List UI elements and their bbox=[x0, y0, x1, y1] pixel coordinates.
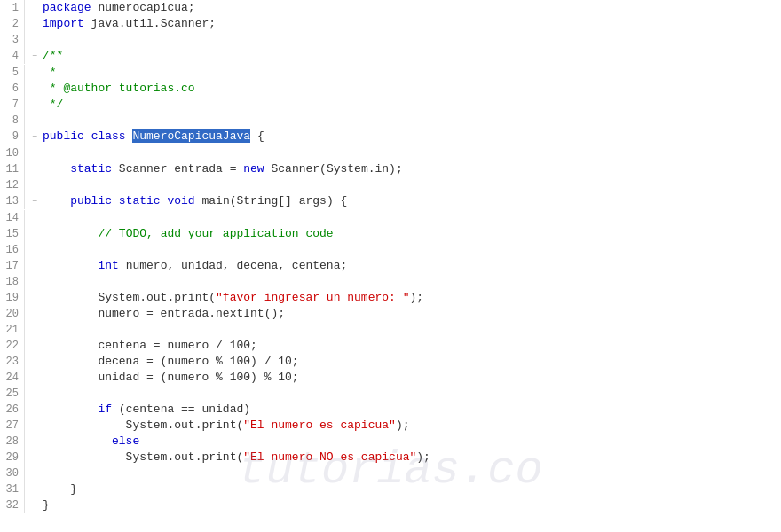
code-line-content: if (centena == unidad) bbox=[43, 402, 781, 418]
fold-gutter: − bbox=[30, 129, 39, 145]
line-number: 9 bbox=[0, 129, 25, 145]
line-number: 22 bbox=[0, 338, 25, 354]
table-row: 31 } bbox=[0, 481, 781, 497]
normal-token: unidad = (numero % 100) % 10; bbox=[43, 371, 299, 384]
line-number: 4 bbox=[0, 48, 25, 64]
normal-token: main(String[] args) { bbox=[195, 194, 348, 207]
line-number: 29 bbox=[0, 450, 25, 466]
code-line-content: import java.util.Scanner; bbox=[43, 16, 781, 32]
line-number: 5 bbox=[0, 65, 25, 81]
normal-token: } bbox=[43, 498, 50, 512]
line-number: 30 bbox=[0, 466, 25, 481]
table-row: 20 numero = entrada.nextInt(); bbox=[0, 306, 781, 322]
normal-token bbox=[43, 227, 98, 240]
keyword-token: static bbox=[70, 162, 112, 176]
table-row: 12 bbox=[0, 177, 781, 193]
line-number: 18 bbox=[0, 274, 25, 290]
table-row: 25 bbox=[0, 386, 781, 402]
normal-token: Scanner(System.in); bbox=[264, 162, 403, 176]
highlighted-token: NumeroCapicuaJava bbox=[132, 129, 250, 143]
table-row: 29 System.out.print("El numero NO es cap… bbox=[0, 450, 781, 466]
table-row: 24 unidad = (numero % 100) % 10; bbox=[0, 370, 781, 386]
line-number: 25 bbox=[0, 386, 25, 402]
code-line-content: package numerocapicua; bbox=[43, 0, 781, 16]
line-number: 14 bbox=[0, 210, 25, 226]
normal-token: { bbox=[250, 129, 264, 143]
table-row: 6 * @author tutorias.co bbox=[0, 81, 781, 97]
table-row: 10 bbox=[0, 145, 781, 161]
code-line-content: // TODO, add your application code bbox=[43, 226, 781, 242]
line-number: 26 bbox=[0, 402, 25, 418]
fold-gutter: − bbox=[30, 194, 39, 210]
code-line-content: System.out.print("favor ingresar un nume… bbox=[43, 290, 781, 306]
code-line-content: System.out.print("El numero es capicua")… bbox=[43, 418, 781, 434]
table-row: 23 decena = (numero % 100) / 10; bbox=[0, 354, 781, 370]
table-row: 4−/** bbox=[0, 48, 781, 65]
table-row: 26 if (centena == unidad) bbox=[0, 402, 781, 418]
table-row: 19 System.out.print("favor ingresar un n… bbox=[0, 290, 781, 306]
normal-token: System.out.print( bbox=[43, 450, 243, 464]
keyword-token: class bbox=[91, 129, 126, 143]
table-row: 2import java.util.Scanner; bbox=[0, 16, 781, 32]
code-line-content: /** bbox=[43, 48, 781, 64]
table-row: 16 bbox=[0, 242, 781, 258]
normal-token: decena = (numero % 100) / 10; bbox=[43, 355, 299, 368]
table-row: 15 // TODO, add your application code bbox=[0, 226, 781, 242]
keyword-token: import bbox=[43, 17, 84, 30]
normal-token: ); bbox=[396, 419, 410, 432]
table-row: 13− public static void main(String[] arg… bbox=[0, 193, 781, 210]
table-row: 1package numerocapicua; bbox=[0, 0, 781, 16]
keyword-token: public bbox=[70, 194, 112, 207]
normal-token: Scanner entrada = bbox=[112, 162, 243, 176]
normal-token bbox=[43, 162, 70, 176]
line-number: 16 bbox=[0, 242, 25, 258]
normal-token: java.util.Scanner; bbox=[84, 17, 216, 30]
keyword-token: if bbox=[98, 403, 112, 416]
line-number: 15 bbox=[0, 226, 25, 242]
code-line-content: } bbox=[43, 481, 781, 497]
line-number: 10 bbox=[0, 145, 25, 161]
table-row: 11 static Scanner entrada = new Scanner(… bbox=[0, 161, 781, 177]
line-number: 3 bbox=[0, 32, 25, 48]
line-number: 20 bbox=[0, 306, 25, 322]
keyword-token: package bbox=[43, 1, 91, 14]
code-line-content: numero = entrada.nextInt(); bbox=[43, 306, 781, 322]
normal-token: numero = entrada.nextInt(); bbox=[43, 307, 285, 320]
code-line-content: * @author tutorias.co bbox=[43, 81, 781, 97]
code-line-content: decena = (numero % 100) / 10; bbox=[43, 354, 781, 370]
comment-token: /** bbox=[43, 49, 63, 62]
table-row: 3 bbox=[0, 32, 781, 48]
line-number: 27 bbox=[0, 418, 25, 434]
normal-token: System.out.print( bbox=[43, 419, 243, 432]
code-line-content: public static void main(String[] args) { bbox=[43, 193, 781, 209]
code-lines: 1package numerocapicua;2import java.util… bbox=[0, 0, 781, 513]
normal-token: } bbox=[43, 482, 77, 496]
keyword-token: void bbox=[167, 194, 194, 207]
keyword-token: static bbox=[119, 194, 161, 207]
comment-token: * bbox=[43, 66, 57, 79]
table-row: 18 bbox=[0, 274, 781, 290]
code-line-content: public class NumeroCapicuaJava { bbox=[43, 129, 781, 145]
code-editor: 1package numerocapicua;2import java.util… bbox=[0, 0, 781, 532]
line-number: 1 bbox=[0, 0, 25, 16]
normal-token bbox=[43, 259, 98, 272]
normal-token bbox=[43, 194, 70, 207]
normal-token: numero, unidad, decena, centena; bbox=[119, 259, 347, 272]
line-number: 19 bbox=[0, 290, 25, 306]
code-line-content: * bbox=[43, 65, 781, 81]
line-number: 23 bbox=[0, 354, 25, 370]
line-number: 12 bbox=[0, 177, 25, 193]
code-line-content: System.out.print("El numero NO es capicu… bbox=[43, 450, 781, 466]
normal-token: System.out.print( bbox=[43, 291, 216, 304]
normal-token bbox=[112, 194, 119, 207]
normal-token bbox=[43, 434, 112, 448]
code-line-content: } bbox=[43, 497, 781, 513]
table-row: 7 */ bbox=[0, 97, 781, 113]
code-line-content: else bbox=[43, 434, 781, 450]
comment-token: // TODO, add your application code bbox=[98, 227, 333, 240]
table-row: 32} bbox=[0, 497, 781, 513]
fold-gutter: − bbox=[30, 49, 39, 65]
table-row: 17 int numero, unidad, decena, centena; bbox=[0, 258, 781, 274]
table-row: 22 centena = numero / 100; bbox=[0, 338, 781, 354]
table-row: 27 System.out.print("El numero es capicu… bbox=[0, 418, 781, 434]
